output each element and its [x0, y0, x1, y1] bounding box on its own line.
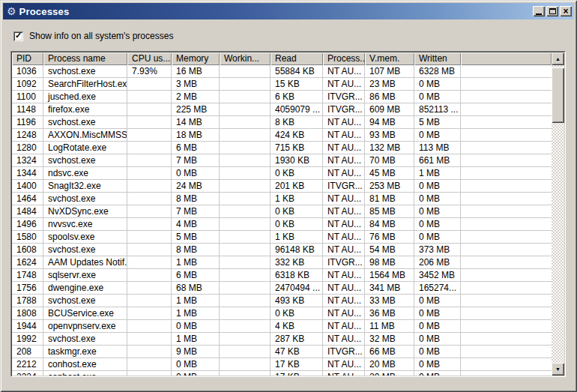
vertical-scrollbar[interactable]: ▲ ▼	[552, 52, 564, 376]
checkmark-icon: ✓	[15, 31, 22, 40]
cell-blank	[461, 307, 552, 320]
cell-memory: 14 MB	[172, 116, 220, 129]
table-row[interactable]: 1344ndsvc.exe0 MB0 KBNT AU...45 MB1 MB	[12, 167, 552, 180]
column-header-cpu-usage[interactable]: CPU us...	[127, 52, 172, 65]
cell-process-user: NT AU...	[323, 231, 365, 244]
cell-vmem: 85 MB	[365, 205, 414, 218]
column-header-working-set[interactable]: Workin...	[220, 52, 271, 65]
table-row[interactable]: 1100jusched.exe2 MB6 KBITVGR...86 MB0 MB	[12, 91, 552, 103]
cell-vmem: 23 MB	[365, 78, 414, 91]
cell-vmem: 20 MB	[365, 371, 414, 376]
table-row[interactable]: 1484NvXDSync.exe7 MB0 KBNT AU...85 MB0 M…	[12, 205, 552, 218]
cell-working-set	[220, 231, 271, 244]
cell-vmem: 1564 MB	[365, 269, 414, 282]
table-row[interactable]: 1608svchost.exe8 MB96148 KBNT AU...54 MB…	[12, 244, 552, 256]
cell-process-name: svchost.exe	[43, 116, 127, 129]
window-controls: ×	[533, 6, 572, 16]
table-row[interactable]: 1756dwengine.exe68 MB2470494 ...NT AU...…	[12, 282, 552, 295]
table-row[interactable]: 1324svchost.exe7 MB1930 KBNT AU...70 MB6…	[12, 154, 552, 167]
cell-vmem: 33 MB	[365, 295, 414, 307]
show-all-processes-label: Show info on all system's processes	[29, 31, 173, 41]
processes-window: ⚙ Processes × ✓ Show info on all system'…	[0, 0, 577, 392]
table-row[interactable]: 2212conhost.exe0 MB17 KBNT AU...20 MB0 M…	[12, 358, 552, 371]
scrollbar-track[interactable]	[552, 65, 564, 363]
table-row[interactable]: 1148firefox.exe225 MB4059079 ...ITVGR...…	[12, 103, 552, 116]
cell-process-name: jusched.exe	[43, 91, 127, 103]
cell-memory: 1 MB	[172, 307, 220, 320]
cell-vmem: 66 MB	[365, 346, 414, 358]
cell-process-user: NT AU...	[323, 320, 365, 333]
cell-blank	[461, 65, 552, 78]
cell-process-user: NT AU...	[323, 307, 365, 320]
cell-written: 206 MB	[414, 256, 461, 269]
process-table-frame: PIDProcess nameCPU us...MemoryWorkin...R…	[10, 51, 566, 377]
column-header-memory[interactable]: Memory	[172, 52, 220, 65]
table-row[interactable]: 1036svchost.exe7.93%16 MB55884 KBNT AU..…	[12, 65, 552, 78]
table-row[interactable]: 1248AXXON.MiscMMSS18 MB424 KBNT AU...93 …	[12, 129, 552, 142]
cell-memory: 0 MB	[172, 358, 220, 371]
cell-working-set	[220, 167, 271, 180]
cell-process-name: NvXDSync.exe	[43, 205, 127, 218]
close-button[interactable]: ×	[560, 6, 572, 16]
cell-pid: 1484	[12, 205, 43, 218]
cell-pid: 1788	[12, 295, 43, 307]
cell-working-set	[220, 333, 271, 346]
cell-process-name: sqlservr.exe	[43, 269, 127, 282]
table-row[interactable]: 1580spoolsv.exe5 MB1 KBNT AU...76 MB0 MB	[12, 231, 552, 244]
cell-process-name: firefox.exe	[43, 103, 127, 116]
scrollbar-thumb[interactable]	[552, 67, 564, 123]
cell-written: 113 MB	[414, 142, 461, 154]
column-header-written[interactable]: Written	[414, 52, 461, 65]
cell-process-user: ITVGR...	[323, 346, 365, 358]
table-row[interactable]: 2224conhost.exe0 MB17 KBNT AU...20 MB0 M…	[12, 371, 552, 376]
table-row[interactable]: 1496nvvsvc.exe4 MB0 KBNT AU...84 MB0 MB	[12, 218, 552, 231]
process-table-content: PIDProcess nameCPU us...MemoryWorkin...R…	[12, 52, 552, 376]
table-row[interactable]: 1092SearchFilterHost.exe3 MB15 KBNT AU..…	[12, 78, 552, 91]
table-row[interactable]: 1992svchost.exe1 MB287 KBNT AU...32 MB0 …	[12, 333, 552, 346]
table-row[interactable]: 1624AAM Updates Notif...1 MB332 KBITVGR.…	[12, 256, 552, 269]
column-header-pid[interactable]: PID	[12, 52, 43, 65]
table-row[interactable]: 1944openvpnserv.exe0 MB4 KBNT AU...11 MB…	[12, 320, 552, 333]
scroll-up-button[interactable]: ▲	[552, 52, 564, 65]
table-row[interactable]: 1788svchost.exe1 MB493 KBNT AU...33 MB0 …	[12, 295, 552, 307]
column-header-read[interactable]: Read	[271, 52, 323, 65]
column-header-vmem[interactable]: V.mem.	[365, 52, 414, 65]
titlebar[interactable]: ⚙ Processes ×	[3, 3, 574, 19]
cell-memory: 0 MB	[172, 320, 220, 333]
maximize-button[interactable]	[546, 6, 558, 16]
table-row[interactable]: 1464svchost.exe8 MB1 KBNT AU...81 MB0 MB	[12, 193, 552, 205]
cell-memory: 8 MB	[172, 244, 220, 256]
cell-process-user: NT AU...	[323, 295, 365, 307]
column-header-process-name[interactable]: Process name	[43, 52, 127, 65]
cell-memory: 6 MB	[172, 269, 220, 282]
cell-blank	[461, 320, 552, 333]
table-row[interactable]: 1280LogRotate.exe6 MB715 KBNT AU...132 M…	[12, 142, 552, 154]
cell-pid: 1808	[12, 307, 43, 320]
cell-pid: 1036	[12, 65, 43, 78]
column-header-process-user[interactable]: Process...	[323, 52, 365, 65]
column-header-blank[interactable]	[461, 52, 552, 65]
scroll-down-button[interactable]: ▼	[552, 363, 564, 376]
table-row[interactable]: 1808BCUService.exe1 MB0 KBNT AU...36 MB0…	[12, 307, 552, 320]
cell-written: 0 MB	[414, 333, 461, 346]
cell-working-set	[220, 154, 271, 167]
cell-memory: 1 MB	[172, 333, 220, 346]
cell-blank	[461, 333, 552, 346]
table-row[interactable]: 1400SnagIt32.exe24 MB201 KBITVGR...253 M…	[12, 180, 552, 193]
cell-process-user: ITVGR...	[323, 180, 365, 193]
show-all-processes-checkbox[interactable]: ✓	[13, 31, 23, 41]
minimize-button[interactable]	[533, 6, 545, 16]
cell-process-name: conhost.exe	[43, 371, 127, 376]
cell-process-name: spoolsv.exe	[43, 231, 127, 244]
cell-read: 6 KB	[271, 91, 323, 103]
cell-process-user: NT AU...	[323, 282, 365, 295]
cell-vmem: 93 MB	[365, 129, 414, 142]
cell-read: 15 KB	[271, 78, 323, 91]
table-row[interactable]: 1748sqlservr.exe6 MB6318 KBNT AU...1564 …	[12, 269, 552, 282]
table-row[interactable]: 208taskmgr.exe9 MB47 KBITVGR...66 MB0 MB	[12, 346, 552, 358]
cell-cpu-usage	[127, 358, 172, 371]
cell-blank	[461, 231, 552, 244]
table-row[interactable]: 1196svchost.exe14 MB8 KBNT AU...94 MB5 M…	[12, 116, 552, 129]
cell-memory: 9 MB	[172, 346, 220, 358]
cell-cpu-usage	[127, 116, 172, 129]
